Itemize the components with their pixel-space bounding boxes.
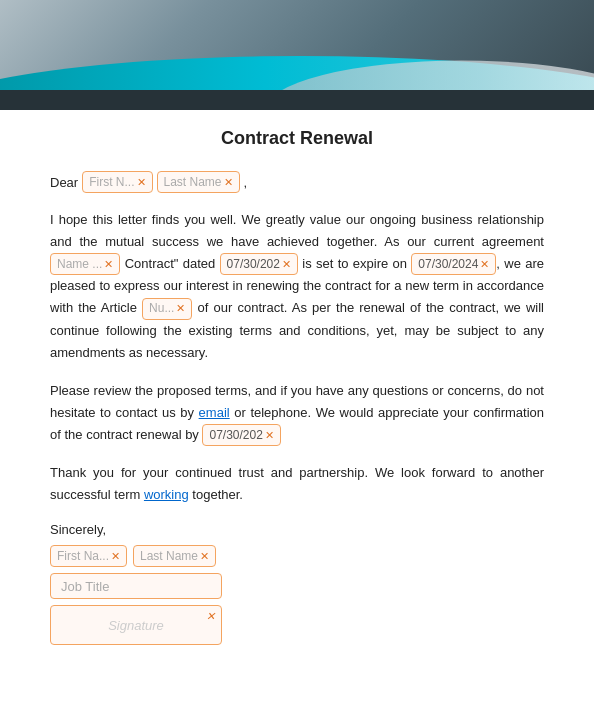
date2-value: 07/30/2024 <box>418 254 478 274</box>
article-num-placeholder: Nu... <box>149 298 174 318</box>
last-name-required: ✕ <box>224 176 233 189</box>
signature-placeholder: Signature <box>108 618 164 633</box>
para1-text-pre: I hope this letter finds you well. We gr… <box>50 212 544 249</box>
signer-first-required: ✕ <box>111 550 120 563</box>
email-link[interactable]: email <box>199 405 230 420</box>
wave-dark-bar <box>0 90 594 110</box>
date-field-2[interactable]: 07/30/2024 ✕ <box>411 253 496 275</box>
signer-last-name-field[interactable]: Last Name ✕ <box>133 545 216 567</box>
signature-required: ✕ <box>206 610 215 623</box>
article-num-required: ✕ <box>176 299 185 318</box>
article-number-field[interactable]: Nu... ✕ <box>142 298 192 320</box>
date-field-3[interactable]: 07/30/202 ✕ <box>202 424 280 446</box>
para1-text-mid2: is set to expire on <box>298 256 411 271</box>
last-name-placeholder: Last Name <box>164 175 222 189</box>
dear-comma: , <box>244 175 248 190</box>
sincerely-label: Sincerely, <box>50 522 544 537</box>
contract-name-required: ✕ <box>104 255 113 274</box>
para1-text-mid1: Contract" dated <box>120 256 219 271</box>
signer-last-required: ✕ <box>200 550 209 563</box>
contract-name-placeholder: Name ... <box>57 254 102 274</box>
first-name-field[interactable]: First N... ✕ <box>82 171 152 193</box>
date-field-1[interactable]: 07/30/202 ✕ <box>220 253 298 275</box>
page: Contract Renewal Dear First N... ✕ Last … <box>0 0 594 710</box>
signer-name-line: First Na... ✕ Last Name ✕ <box>50 545 544 567</box>
header-wave <box>0 0 594 110</box>
date3-value: 07/30/202 <box>209 425 262 445</box>
first-name-required: ✕ <box>137 176 146 189</box>
date3-required: ✕ <box>265 426 274 445</box>
paragraph-2: Please review the proposed terms, and if… <box>50 380 544 446</box>
date1-value: 07/30/202 <box>227 254 280 274</box>
date1-required: ✕ <box>282 255 291 274</box>
working-text: working <box>144 487 189 502</box>
last-name-field[interactable]: Last Name ✕ <box>157 171 240 193</box>
date2-required: ✕ <box>480 255 489 274</box>
signature-field[interactable]: Signature ✕ <box>50 605 222 645</box>
dear-label: Dear <box>50 175 78 190</box>
document-content: Contract Renewal Dear First N... ✕ Last … <box>0 110 594 681</box>
sincerely-section: Sincerely, First Na... ✕ Last Name ✕ Job… <box>50 522 544 645</box>
signer-first-name-field[interactable]: First Na... ✕ <box>50 545 127 567</box>
signer-last-name-placeholder: Last Name <box>140 549 198 563</box>
first-name-placeholder: First N... <box>89 175 134 189</box>
job-title-placeholder: Job Title <box>61 579 109 594</box>
contract-name-field[interactable]: Name ... ✕ <box>50 253 120 275</box>
job-title-field[interactable]: Job Title <box>50 573 222 599</box>
dear-line: Dear First N... ✕ Last Name ✕ , <box>50 171 544 193</box>
document-title: Contract Renewal <box>50 128 544 149</box>
paragraph-1: I hope this letter finds you well. We gr… <box>50 209 544 364</box>
para3-text: Thank you for your continued trust and p… <box>50 465 544 502</box>
signer-first-name-placeholder: First Na... <box>57 549 109 563</box>
paragraph-3: Thank you for your continued trust and p… <box>50 462 544 506</box>
